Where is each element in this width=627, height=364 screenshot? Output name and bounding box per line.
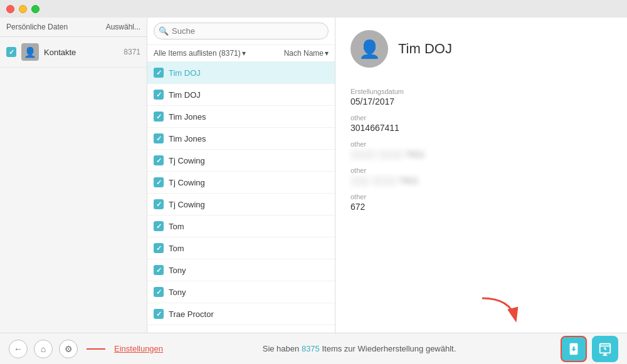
field-value-3: 672 xyxy=(350,202,612,212)
detail-panel: 👤 Tim DOJ Erstellungsdatum 05/17/2017 ot… xyxy=(335,18,627,333)
item-name: Tim Jones xyxy=(169,112,206,122)
status-pre: Sie haben xyxy=(263,344,300,353)
status-text: Sie haben 8375 Items zur Wiederherstellu… xyxy=(169,344,549,353)
sidebar: Persönliche Daten Auswähl... 👤 Kontakte … xyxy=(0,18,147,333)
all-items-button[interactable]: Alle Items auflisten (8371) ▾ xyxy=(154,49,246,58)
item-checkbox[interactable] xyxy=(154,287,164,297)
search-bar: 🔍 xyxy=(147,18,335,45)
item-checkbox[interactable] xyxy=(154,221,164,231)
bottom-bar: ← ⌂ ⚙ Einstellungen Sie haben 8375 Items… xyxy=(0,333,627,364)
minimize-button[interactable] xyxy=(19,5,27,13)
status-post: Items zur Wiederherstellung gewählt. xyxy=(322,344,456,353)
list-item[interactable]: Tom xyxy=(147,237,335,259)
date-value: 05/17/2017 xyxy=(350,96,612,107)
select-label: Auswähl... xyxy=(106,23,140,31)
item-name: Tim Jones xyxy=(169,134,206,143)
sort-button[interactable]: Nach Name ▾ xyxy=(284,49,329,58)
item-checkbox[interactable] xyxy=(154,265,164,275)
contact-header: 👤 Tim DOJ xyxy=(350,30,612,68)
field-value-1: ░░░░ ░░░░ 7411 xyxy=(350,149,612,159)
list-item[interactable]: Tim Jones xyxy=(147,128,335,150)
sidebar-header: Persönliche Daten Auswähl... xyxy=(0,18,147,37)
home-button[interactable]: ⌂ xyxy=(34,340,53,358)
item-checkbox[interactable] xyxy=(154,243,164,253)
personal-data-label: Persönliche Daten xyxy=(6,23,68,31)
search-input[interactable] xyxy=(154,23,329,39)
list-item[interactable]: Tj Cowing xyxy=(147,150,335,172)
list-item[interactable]: Tony xyxy=(147,281,335,303)
item-name: Tj Cowing xyxy=(169,178,205,187)
item-name: Tim DOJ xyxy=(169,90,201,100)
item-checkbox[interactable] xyxy=(154,112,164,122)
title-bar xyxy=(0,0,627,18)
field-label-2: other xyxy=(350,167,612,174)
detail-fields: other3014667411other░░░░ ░░░░ 7411other░… xyxy=(350,107,612,212)
item-checkbox[interactable] xyxy=(154,155,164,165)
contacts-count: 8371 xyxy=(124,48,140,56)
settings-gear-button[interactable]: ⚙ xyxy=(59,340,78,358)
back-button[interactable]: ← xyxy=(9,340,28,358)
maximize-button[interactable] xyxy=(31,5,40,13)
status-count: 8375 xyxy=(302,344,320,353)
list-item[interactable]: Tom xyxy=(147,216,335,237)
field-label-0: other xyxy=(350,114,612,122)
restore-to-device-button[interactable] xyxy=(561,336,587,362)
field-label-1: other xyxy=(350,140,612,148)
contacts-label: Kontakte xyxy=(44,48,119,57)
date-label: Erstellungsdatum xyxy=(350,88,612,95)
list-item[interactable]: Tj Cowing xyxy=(147,172,335,194)
main-layout: Persönliche Daten Auswähl... 👤 Kontakte … xyxy=(0,18,627,333)
arrow-annotation xyxy=(479,295,523,326)
close-button[interactable] xyxy=(6,5,14,13)
search-icon: 🔍 xyxy=(159,26,169,36)
list-item[interactable]: Tj Cowing xyxy=(147,194,335,216)
list-item[interactable]: Tim Jones xyxy=(147,106,335,128)
list-item[interactable]: Tony xyxy=(147,259,335,281)
action-buttons xyxy=(556,336,618,362)
contact-name: Tim DOJ xyxy=(398,41,452,57)
item-name: Trae Proctor xyxy=(169,309,214,319)
list-item[interactable]: Trae Proctor xyxy=(147,303,335,325)
item-checkbox[interactable] xyxy=(154,133,164,143)
field-value-0: 3014667411 xyxy=(350,123,612,133)
item-name: Tony xyxy=(169,288,186,297)
field-label-3: other xyxy=(350,193,612,200)
restore-icon xyxy=(567,342,581,356)
item-name: Tim DOJ xyxy=(169,68,201,78)
contact-avatar: 👤 xyxy=(350,30,388,68)
export-icon xyxy=(598,342,612,356)
export-to-pc-button[interactable] xyxy=(592,336,618,362)
item-name: Tj Cowing xyxy=(169,200,205,209)
item-name: Tj Cowing xyxy=(169,156,205,165)
list-item[interactable]: Tim DOJ xyxy=(147,62,335,84)
settings-link[interactable]: Einstellungen xyxy=(114,344,163,353)
contacts-avatar-icon: 👤 xyxy=(21,43,39,61)
sidebar-item-contacts[interactable]: 👤 Kontakte 8371 xyxy=(0,37,147,68)
item-checkbox[interactable] xyxy=(154,199,164,209)
list-item[interactable]: Tim DOJ xyxy=(147,84,335,106)
list-panel: 🔍 Alle Items auflisten (8371) ▾ Nach Nam… xyxy=(147,18,335,333)
item-name: Tom xyxy=(169,222,184,231)
separator xyxy=(87,348,105,350)
item-checkbox[interactable] xyxy=(154,177,164,187)
contacts-checkbox[interactable] xyxy=(6,47,16,57)
item-checkbox[interactable] xyxy=(154,309,164,319)
list-controls: Alle Items auflisten (8371) ▾ Nach Name … xyxy=(147,45,335,62)
item-checkbox[interactable] xyxy=(154,90,164,100)
item-name: Tom xyxy=(169,244,184,253)
item-name: Tony xyxy=(169,266,186,275)
field-value-2: ░░░ ░░░░ 7411 xyxy=(350,175,612,185)
item-checkbox[interactable] xyxy=(154,68,164,78)
contact-list: Tim DOJTim DOJTim JonesTim JonesTj Cowin… xyxy=(147,62,335,333)
